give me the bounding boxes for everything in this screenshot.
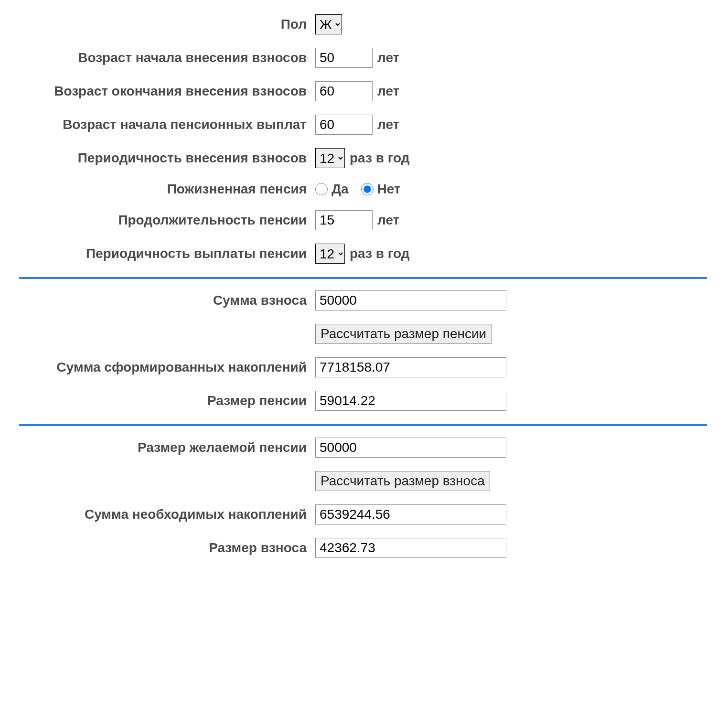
row-pension-duration: Продолжительность пенсии лет (19, 210, 707, 230)
row-pension-size: Размер пенсии (19, 391, 707, 411)
payout-freq-unit: раз в год (350, 246, 410, 261)
contrib-amount-input[interactable] (315, 290, 506, 310)
pension-size-input[interactable] (315, 391, 506, 411)
lifelong-no-radio[interactable] (361, 183, 374, 195)
row-desired-pension: Размер желаемой пенсии (19, 438, 707, 458)
divider-2 (19, 424, 707, 426)
contrib-freq-unit: раз в год (350, 150, 410, 166)
gender-select[interactable]: Ж (315, 14, 342, 34)
row-savings-formed: Сумма сформированных накоплений (19, 357, 707, 377)
age-pension-unit: лет (377, 117, 399, 132)
pension-duration-input[interactable] (315, 210, 373, 230)
gender-label: Пол (19, 17, 315, 32)
savings-formed-label: Сумма сформированных накоплений (19, 360, 315, 375)
contrib-size-input[interactable] (315, 538, 506, 558)
lifelong-yes-radio[interactable] (315, 183, 328, 195)
desired-pension-label: Размер желаемой пенсии (19, 440, 315, 455)
row-lifelong: Пожизненная пенсия Да Нет (19, 182, 707, 197)
payout-freq-select[interactable]: 12 (315, 244, 345, 264)
age-start-label: Возраст начала внесения взносов (19, 50, 315, 65)
row-gender: Пол Ж (19, 14, 707, 34)
lifelong-yes-option[interactable]: Да (315, 182, 349, 197)
row-contrib-freq: Периодичность внесения взносов 12 раз в … (19, 148, 707, 168)
row-required-savings: Сумма необходимых накоплений (19, 504, 707, 525)
row-contrib-size: Размер взноса (19, 538, 707, 558)
row-calc-pension-button: Рассчитать размер пенсии (19, 324, 707, 344)
age-end-unit: лет (377, 84, 399, 99)
row-payout-freq: Периодичность выплаты пенсии 12 раз в го… (19, 244, 707, 264)
pension-size-label: Размер пенсии (19, 393, 315, 408)
lifelong-label: Пожизненная пенсия (19, 182, 315, 197)
required-savings-input[interactable] (315, 504, 506, 525)
contrib-amount-label: Сумма взноса (19, 293, 315, 308)
age-pension-input[interactable] (315, 115, 373, 135)
desired-pension-input[interactable] (315, 438, 506, 458)
row-age-start: Возраст начала внесения взносов лет (19, 48, 707, 68)
age-end-input[interactable] (315, 81, 373, 101)
contrib-freq-select[interactable]: 12 (315, 148, 345, 168)
contrib-size-label: Размер взноса (19, 540, 315, 556)
age-end-label: Возраст окончания внесения взносов (19, 84, 315, 99)
age-start-input[interactable] (315, 48, 373, 68)
row-contrib-amount: Сумма взноса (19, 290, 707, 310)
lifelong-no-label: Нет (377, 182, 401, 197)
calc-pension-button[interactable]: Рассчитать размер пенсии (315, 324, 492, 344)
row-calc-contrib-button: Рассчитать размер взноса (19, 471, 707, 491)
age-pension-label: Возраст начала пенсионных выплат (19, 117, 315, 132)
calc-contrib-button[interactable]: Рассчитать размер взноса (315, 471, 490, 491)
row-age-pension: Возраст начала пенсионных выплат лет (19, 115, 707, 135)
lifelong-yes-label: Да (331, 182, 349, 197)
age-start-unit: лет (377, 50, 399, 65)
pension-duration-unit: лет (377, 213, 399, 228)
lifelong-no-option[interactable]: Нет (361, 182, 401, 197)
contrib-freq-label: Периодичность внесения взносов (19, 150, 315, 166)
pension-duration-label: Продолжительность пенсии (19, 213, 315, 228)
savings-formed-input[interactable] (315, 357, 506, 377)
row-age-end: Возраст окончания внесения взносов лет (19, 81, 707, 101)
required-savings-label: Сумма необходимых накоплений (19, 507, 315, 522)
pension-calculator-form: Пол Ж Возраст начала внесения взносов ле… (19, 14, 707, 558)
divider-1 (19, 277, 707, 279)
payout-freq-label: Периодичность выплаты пенсии (19, 246, 315, 261)
